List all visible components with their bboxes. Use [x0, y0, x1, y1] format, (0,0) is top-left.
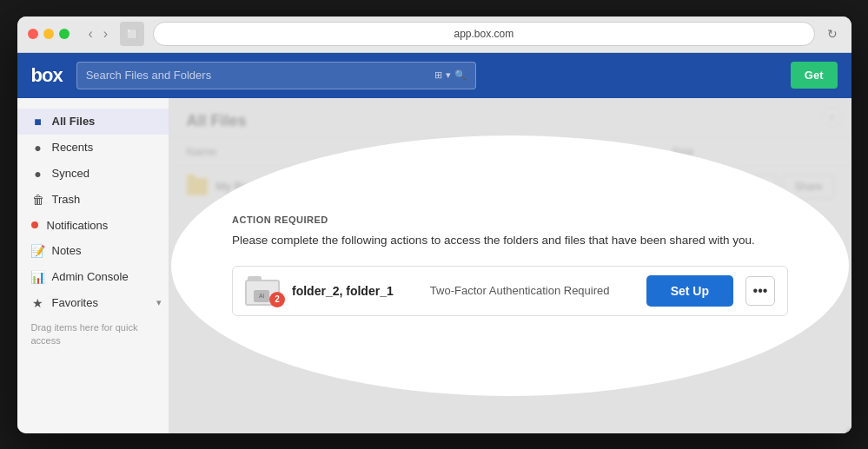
get-button[interactable]: Get: [791, 62, 838, 89]
auth-required-text: Two-Factor Authentication Required: [406, 284, 634, 297]
clock-icon: ●: [31, 141, 45, 155]
notification-dot: [31, 221, 38, 228]
modal-overlay: ACTION REQUIRED Please complete the foll…: [171, 135, 849, 396]
drag-hint: Drag items here for quick access: [17, 316, 169, 353]
close-button[interactable]: [28, 29, 38, 39]
folder-icon: ■: [31, 115, 45, 129]
search-icon[interactable]: 🔍: [454, 69, 467, 81]
star-icon: ★: [31, 296, 45, 310]
sidebar-label-recents: Recents: [52, 141, 94, 154]
modal-content: ACTION REQUIRED Please complete the foll…: [232, 215, 788, 315]
action-row: Ai 2 folder_2, folder_1 Two-Factor Authe…: [232, 266, 788, 316]
search-filter-icon: ⊞: [434, 69, 442, 81]
sidebar-label-synced: Synced: [52, 167, 89, 180]
sidebar-item-admin-console[interactable]: 📊 Admin Console: [17, 264, 169, 290]
traffic-lights: [28, 29, 70, 39]
browser-window: ‹ › ⬜ app.box.com ↻ box Search Files and…: [17, 17, 851, 433]
search-bar[interactable]: Search Files and Folders ⊞ ▾ 🔍: [76, 62, 476, 89]
sidebar-item-recents[interactable]: ● Recents: [17, 135, 169, 161]
more-icon: •••: [753, 283, 768, 299]
sidebar-label-notifications: Notifications: [47, 219, 109, 232]
sidebar-item-notifications[interactable]: Notifications: [17, 213, 169, 238]
folder-inner-icon: Ai: [254, 290, 269, 302]
sidebar-item-trash[interactable]: 🗑 Trash: [17, 187, 169, 213]
sidebar-item-synced[interactable]: ● Synced: [17, 161, 169, 187]
content-area: All Files Name Updated ∨ Size: [169, 98, 851, 433]
more-options-button[interactable]: •••: [745, 276, 775, 306]
browser-chrome: ‹ › ⬜ app.box.com ↻: [17, 17, 851, 53]
sidebar-label-favorites: Favorites: [52, 296, 98, 309]
address-text: app.box.com: [454, 28, 514, 40]
fullscreen-button[interactable]: [59, 29, 70, 39]
sidebar-item-all-files[interactable]: ■ All Files: [17, 109, 169, 135]
refresh-button[interactable]: ↻: [824, 25, 841, 43]
top-nav: box Search Files and Folders ⊞ ▾ 🔍 Get: [17, 53, 851, 98]
sidebar-label-trash: Trash: [52, 193, 81, 206]
search-divider: ▾: [446, 69, 451, 81]
folder-names: folder_2, folder_1: [292, 284, 394, 298]
folder-2fa-icon: Ai 2: [245, 276, 280, 306]
notes-icon: 📝: [31, 244, 45, 258]
trash-icon: 🗑: [31, 193, 45, 207]
chevron-down-icon: ▾: [156, 297, 162, 308]
box-logo: box: [31, 64, 63, 87]
sidebar-item-favorites[interactable]: ★ Favorites ▾: [17, 290, 169, 316]
sidebar: ■ All Files ● Recents ● Synced 🗑 Trash: [17, 98, 169, 433]
nav-buttons: ‹ ›: [85, 24, 112, 43]
address-bar[interactable]: app.box.com: [153, 22, 814, 46]
app-content: box Search Files and Folders ⊞ ▾ 🔍 Get ■…: [17, 53, 851, 433]
action-description: Please complete the following actions to…: [232, 232, 788, 249]
search-controls: ⊞ ▾ 🔍: [434, 69, 467, 81]
back-button[interactable]: ‹: [85, 24, 96, 43]
sidebar-label-notes: Notes: [52, 244, 82, 257]
sidebar-item-notes[interactable]: 📝 Notes: [17, 238, 169, 264]
minimize-button[interactable]: [43, 29, 54, 39]
chart-icon: 📊: [31, 270, 45, 284]
tab-icon: ⬜: [120, 22, 144, 46]
search-placeholder: Search Files and Folders: [86, 69, 429, 82]
sync-icon: ●: [31, 167, 45, 181]
setup-button[interactable]: Set Up: [646, 275, 733, 307]
sidebar-label-all-files: All Files: [52, 115, 96, 128]
main-layout: ■ All Files ● Recents ● Synced 🗑 Trash: [17, 98, 851, 433]
sidebar-label-admin: Admin Console: [52, 270, 129, 283]
forward-button[interactable]: ›: [100, 24, 111, 43]
action-required-title: ACTION REQUIRED: [232, 215, 788, 225]
folder-badge: 2: [269, 292, 285, 307]
